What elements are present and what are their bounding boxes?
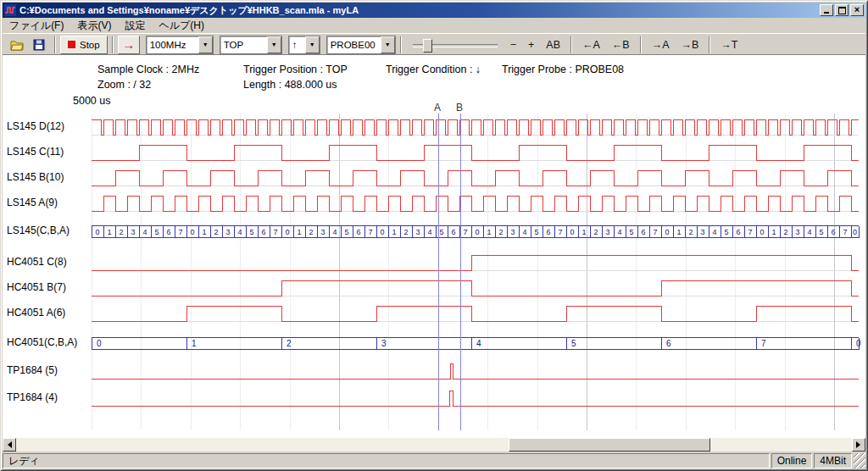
toolbar-separator (570, 36, 572, 53)
menu-view[interactable]: 表示(V) (70, 18, 118, 34)
maximize-icon (838, 7, 846, 14)
jump-trigger-button[interactable]: →T (715, 36, 743, 53)
trigger-position-value: TOP (220, 40, 267, 50)
toolbar-separator (54, 36, 56, 53)
maximize-button[interactable] (835, 4, 849, 16)
chevron-down-icon[interactable]: ▼ (305, 36, 320, 53)
status-bar: レディ Online 4MBit (3, 452, 865, 468)
scrollbar-thumb[interactable] (509, 438, 710, 452)
sample-clock-info: Sample Clock : 2MHz (97, 64, 199, 75)
trigger-edge-value: ↑ (289, 40, 305, 50)
minimize-button[interactable] (820, 4, 833, 16)
close-icon: × (854, 5, 860, 14)
sample-clock-value: 100MHz (147, 40, 198, 50)
trigger-condition-info: Trigger Condition : ↓ (386, 64, 481, 75)
save-button[interactable] (28, 36, 50, 54)
menu-file[interactable]: ファイル(F) (3, 18, 70, 34)
chevron-down-icon[interactable]: ▼ (198, 36, 213, 53)
run-arrow-icon: → (122, 38, 135, 51)
resize-grip[interactable] (854, 453, 865, 468)
jump-a-left-button[interactable]: ←A (577, 36, 605, 53)
trigger-probe-select[interactable]: PROBE00 ▼ (326, 36, 396, 54)
stop-label: Stop (80, 40, 100, 50)
zoom-slider[interactable] (413, 36, 498, 53)
open-button[interactable] (6, 36, 28, 54)
trigger-position-info: Trigger Position : TOP (243, 64, 348, 75)
trigger-probe-value: PROBE00 (327, 40, 381, 50)
app-icon (4, 4, 16, 16)
trigger-edge-select[interactable]: ↑ ▼ (288, 36, 320, 54)
jump-a-right-button[interactable]: →A (647, 36, 675, 53)
sample-clock-select[interactable]: 100MHz ▼ (146, 36, 214, 54)
toolbar-separator (709, 36, 710, 53)
scrollbar-track[interactable] (16, 438, 852, 452)
window-title: C:¥Documents and Settings¥noname¥デスクトップ¥… (19, 4, 820, 17)
scroll-left-icon (4, 441, 12, 448)
zoom-out-button[interactable]: − (505, 36, 521, 53)
run-button[interactable]: → (118, 36, 140, 54)
zoom-info: Zoom : / 32 (97, 79, 151, 91)
jump-b-left-button[interactable]: ←B (607, 36, 635, 53)
toolbar: Stop → 100MHz ▼ TOP ▼ ↑ ▼ PROBE00 ▼ − + … (3, 33, 865, 55)
chevron-down-icon[interactable]: ▼ (267, 36, 281, 53)
toolbar-separator (400, 36, 402, 53)
waveform-client (3, 54, 865, 439)
minimize-icon (824, 12, 829, 14)
toolbar-separator (640, 36, 642, 53)
open-folder-icon (10, 38, 24, 52)
time-scale-label: 5000 us (73, 95, 110, 107)
chevron-down-icon[interactable]: ▼ (381, 36, 395, 53)
menu-help[interactable]: ヘルプ(H) (152, 18, 211, 34)
floppy-disk-icon (32, 38, 46, 52)
close-button[interactable]: × (850, 4, 864, 16)
toolbar-separator (112, 36, 114, 53)
trigger-position-select[interactable]: TOP ▼ (220, 36, 282, 54)
scroll-left-button[interactable] (3, 438, 16, 452)
menu-settings[interactable]: 設定 (118, 18, 152, 34)
scroll-right-icon (856, 441, 864, 448)
zoom-ab-button[interactable]: AB (541, 36, 565, 53)
zoom-in-button[interactable]: + (523, 36, 539, 53)
trigger-probe-info: Trigger Probe : PROBE08 (502, 64, 624, 75)
stop-icon (68, 41, 75, 48)
status-online: Online (771, 453, 813, 468)
stop-button[interactable]: Stop (60, 36, 108, 54)
status-message: レディ (3, 453, 770, 468)
length-info: Length : 488.000 us (243, 79, 337, 91)
scroll-right-button[interactable] (852, 438, 865, 452)
status-memory: 4MBit (814, 453, 852, 468)
zoom-slider-thumb[interactable] (423, 39, 432, 53)
menu-bar: ファイル(F) 表示(V) 設定 ヘルプ(H) (3, 18, 865, 33)
title-bar[interactable]: C:¥Documents and Settings¥noname¥デスクトップ¥… (3, 3, 865, 18)
horizontal-scrollbar[interactable] (3, 438, 865, 452)
app-window: C:¥Documents and Settings¥noname¥デスクトップ¥… (0, 0, 868, 471)
jump-b-right-button[interactable]: →B (676, 36, 704, 53)
